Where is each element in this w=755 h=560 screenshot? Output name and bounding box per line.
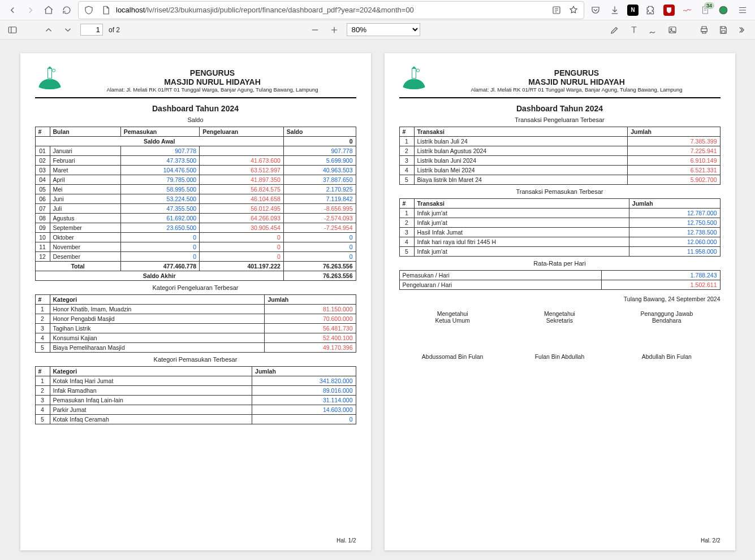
table-row: 3Hasil Infak Jumat12.738.500 [399,228,720,237]
letterhead: PENGURUS MASJID NURUL HIDAYAH Alamat: Jl… [399,66,721,98]
download-icon[interactable] [608,3,622,17]
avg-table: Pemasukan / Hari1.788.243 Pengeluaran / … [399,270,721,290]
url-text: localhost/lv/riset/23/bukumasjid/public/… [116,6,546,14]
svg-rect-5 [701,28,707,31]
zoom-in-icon[interactable] [327,23,341,37]
avg-title: Rata-Rata per Hari [399,260,721,267]
pdf-viewer[interactable]: PENGURUS MASJID NURUL HIDAYAH Alamat: Jl… [0,40,755,560]
page-icon [99,3,113,17]
table-row: 04April 79.785.000 41.897.350 37.887.650 [35,175,356,185]
table-row: 05Mei 58.995.500 56.824.575 2.170.925 [35,185,356,194]
ext-ublock-icon[interactable] [663,5,675,16]
table-row: 4Konsumsi Kajian52.400.100 [35,333,356,343]
shield-icon[interactable] [82,3,96,17]
back-button[interactable] [6,3,19,17]
prev-page-icon[interactable] [42,23,55,37]
reload-button[interactable] [60,3,74,17]
table-row: 4Listrik bulan Mei 20246.521.331 [399,166,720,175]
table-row: 1Honor Khatib, Imam, Muadzin81.150.000 [35,305,356,314]
pdf-page-2: PENGURUS MASJID NURUL HIDAYAH Alamat: Jl… [385,53,735,550]
table-row: 2Infak jum'at12.750.500 [399,218,720,228]
ext-notion-icon[interactable]: N [627,5,638,16]
svg-rect-6 [48,68,51,78]
addons-icon[interactable] [644,3,658,17]
kat-keluar-title: Kategori Pengeluaran Terbesar [35,284,356,291]
browser-toolbar: localhost/lv/riset/23/bukumasjid/public/… [0,0,755,20]
table-row: 09September 23.650.500 30.905.454 -7.254… [35,223,356,233]
table-row: 5Biaya Pemeliharaan Masjid49.170.396 [35,343,356,353]
zoom-out-icon[interactable] [308,23,322,37]
image-icon[interactable] [666,23,679,37]
ext-squiggle-icon[interactable] [680,3,694,17]
table-row: 5Kotak Infaq Ceramah0 [35,415,356,424]
table-row: 5Infak jum'at11.958.000 [399,247,720,257]
table-row: 10Oktober 0 0 0 [35,233,356,242]
svg-rect-8 [412,68,416,78]
print-icon[interactable] [697,23,711,37]
trx-masuk-table: #TransaksiJumlah 1Infak jum'at12.787.000… [399,198,721,257]
table-row: 03Maret 104.476.500 63.512.997 40.963.50… [35,166,356,175]
table-row: 1Kotak Infaq Hari Jumat341.820.000 [35,376,356,386]
sidebar-toggle-icon[interactable] [6,23,19,37]
signature-date: Tulang Bawang, 24 September 2024 [399,296,721,302]
kat-masuk-title: Kategori Pemasukan Terbesar [35,356,356,363]
next-page-icon[interactable] [61,23,75,37]
annotate-icon[interactable] [608,23,622,37]
reader-icon[interactable] [550,3,563,17]
text-icon[interactable] [627,23,641,37]
table-row: 12Desember 0 0 0 [35,252,356,262]
trx-masuk-title: Transaksi Pemasukan Terbesar [399,188,721,195]
org-line2: MASJID NURUL HIDAYAH [433,77,721,86]
more-icon[interactable] [736,23,749,37]
ext-badge-count: 34 [704,2,714,9]
table-row: 06Juni 53.224.500 46.104.658 7.119.842 [35,194,356,204]
kat-masuk-table: #KategoriJumlah 1Kotak Infaq Hari Jumat3… [35,366,356,424]
trx-keluar-table: #TransaksiJumlah 1Listrik bulan Juli 247… [399,127,721,185]
org-line1: PENGURUS [69,68,356,77]
table-row: 3Pemasukan Infaq Lain-lain31.114.000 [35,396,356,405]
pdf-toolbar: of 2 80% [0,20,755,40]
saldo-table: # Bulan Pemasukan Pengeluaran Saldo Sald… [35,127,356,281]
save-icon[interactable] [717,23,730,37]
page-footer-1: Hal. 1/2 [336,537,356,544]
home-button[interactable] [42,3,55,17]
page-number-input[interactable] [80,24,103,36]
org-line1: PENGURUS [433,68,721,77]
mosque-logo-icon [35,66,64,95]
table-row: 01Januari 907.778 907.778 [35,146,356,156]
svg-point-4 [671,28,672,29]
url-bar[interactable]: localhost/lv/riset/23/bukumasjid/public/… [78,1,584,19]
kat-keluar-table: #KategoriJumlah 1Honor Khatib, Imam, Mua… [35,294,356,353]
mosque-logo-icon [399,66,429,95]
report-title: Dashboard Tahun 2024 [399,104,721,113]
table-row: 1Infak jum'at12.787.000 [399,209,720,218]
saldo-section-title: Saldo [35,116,356,123]
page-footer-2: Hal. 2/2 [701,537,720,544]
org-line2: MASJID NURUL HIDAYAH [69,77,356,86]
table-row: 5Biaya listrik bln Maret 245.902.700 [399,175,720,185]
svg-rect-2 [8,27,16,33]
letterhead: PENGURUS MASJID NURUL HIDAYAH Alamat: Jl… [35,66,356,98]
page-total-label: of 2 [109,26,120,34]
table-row: 3Listrik bulan Juni 20246.910.149 [399,156,720,166]
extensions-area: N 34 [589,3,749,17]
app-menu-icon[interactable] [736,3,749,17]
table-row: 2Honor Pengabdi Masjid70.600.000 [35,314,356,324]
table-row: 02Februari 47.373.500 41.673.600 5.699.9… [35,156,356,166]
pdf-page-1: PENGURUS MASJID NURUL HIDAYAH Alamat: Jl… [20,53,371,550]
forward-button[interactable] [24,3,37,17]
table-row: 2Infak Ramadhan89.016.000 [35,386,356,396]
pocket-icon[interactable] [589,3,602,17]
draw-icon[interactable] [646,23,660,37]
table-row: 11November 0 0 0 [35,242,356,252]
report-title: Dashboard Tahun 2024 [35,104,356,113]
bookmark-icon[interactable] [567,3,580,17]
table-row: 08Agustus 61.692.000 64.266.093 -2.574.0… [35,214,356,223]
table-row: 4Parkir Jumat14.603.000 [35,405,356,415]
ext-green-icon[interactable] [717,3,730,17]
zoom-select[interactable]: 80% [347,23,420,36]
org-address: Alamat: Jl. Melati RK 01/RT 01 Tunggal W… [69,86,356,93]
ext-styles-icon[interactable]: 34 [700,5,711,16]
svg-point-9 [416,69,419,72]
table-row: 07Juli 47.355.500 56.012.495 -8.656.995 [35,204,356,214]
